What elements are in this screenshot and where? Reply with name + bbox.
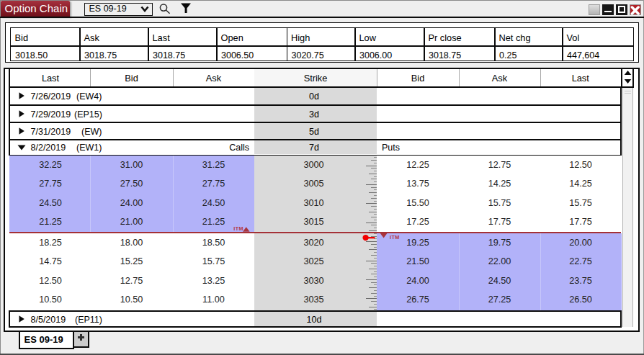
svg-text:ITM: ITM (390, 234, 400, 241)
svg-text:ITM: ITM (233, 225, 243, 232)
